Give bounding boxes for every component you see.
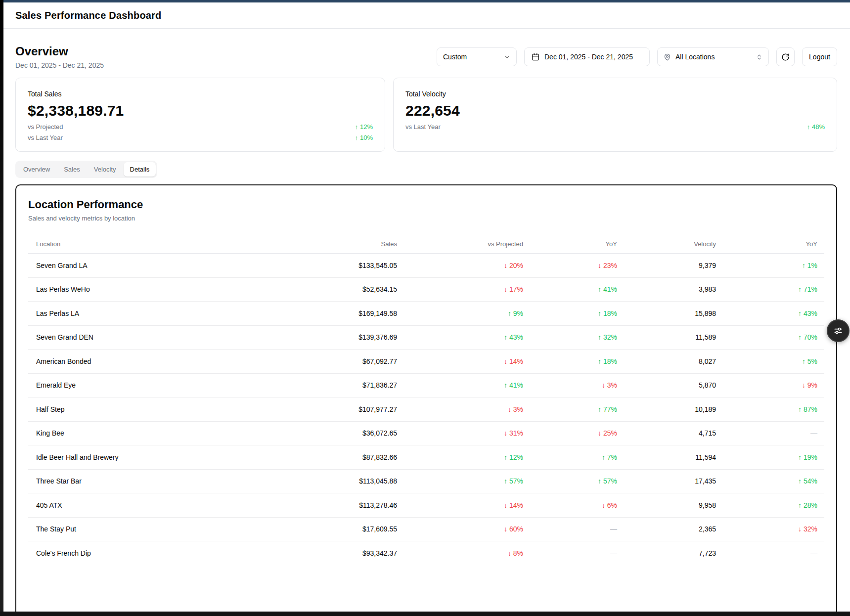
comparison-label: vs Last Year <box>405 123 441 131</box>
sliders-icon <box>833 326 843 336</box>
vs-projected-cell: ↓ 14% <box>397 501 523 509</box>
vs-projected-cell: ↑ 43% <box>397 333 523 341</box>
yoy-sales-cell: ↑ 18% <box>523 357 617 365</box>
app-header: Sales Performance Dashboard <box>3 2 850 29</box>
yoy-sales-cell: ↑ 57% <box>523 477 617 485</box>
yoy-sales-cell: ↓ 23% <box>523 262 617 269</box>
yoy-sales-cell: ↑ 77% <box>523 405 617 413</box>
yoy-velocity-cell: ↑ 43% <box>716 309 817 317</box>
sales-cell: $107,977.27 <box>291 405 397 413</box>
velocity-cell: 3,983 <box>617 285 716 293</box>
yoy-sales-cell: ↑ 32% <box>523 333 617 341</box>
column-header-vs-projected: vs Projected <box>397 240 523 248</box>
window-bottom-edge <box>0 612 850 616</box>
column-header-yoy-velocity: YoY <box>716 240 817 248</box>
sales-cell: $113,045.88 <box>291 477 397 485</box>
tab-details[interactable]: Details <box>124 162 156 176</box>
refresh-icon <box>781 53 790 61</box>
yoy-velocity-cell: ↑ 19% <box>716 453 817 461</box>
table-row: King Bee $36,072.65 ↓ 31% ↓ 25% 4,715 — <box>28 421 824 445</box>
column-header-velocity: Velocity <box>617 240 716 248</box>
location-cell: Las Perlas WeHo <box>36 285 291 293</box>
comparison-row: vs Last Year ↑ 48% <box>405 123 825 131</box>
velocity-cell: 2,365 <box>617 525 716 533</box>
comparison-delta: ↑ 12% <box>355 123 373 131</box>
sales-cell: $169,149.58 <box>291 309 397 317</box>
location-cell: Emerald Eye <box>36 381 291 389</box>
date-range-subtitle: Dec 01, 2025 - Dec 21, 2025 <box>15 61 104 69</box>
total-sales-value: $2,338,189.71 <box>28 102 373 119</box>
yoy-velocity-cell: ↑ 5% <box>716 357 817 365</box>
location-cell: Las Perlas LA <box>36 309 291 317</box>
yoy-velocity-cell: ↓ 32% <box>716 525 817 533</box>
app-title: Sales Performance Dashboard <box>15 10 162 21</box>
overview-heading-block: Overview Dec 01, 2025 - Dec 21, 2025 <box>15 44 104 69</box>
sales-cell: $71,836.27 <box>291 381 397 389</box>
velocity-cell: 11,589 <box>617 333 716 341</box>
table-row: Half Step $107,977.27 ↓ 3% ↑ 77% 10,189 … <box>28 397 824 421</box>
table-row: Three Star Bar $113,045.88 ↑ 57% ↑ 57% 1… <box>28 469 824 493</box>
vs-projected-cell: ↓ 17% <box>397 285 523 293</box>
comparison-delta: ↑ 10% <box>355 134 373 141</box>
location-cell: Cole's French Dip <box>36 549 291 557</box>
vs-projected-cell: ↑ 57% <box>397 477 523 485</box>
sales-cell: $133,545.05 <box>291 262 397 269</box>
date-preset-value: Custom <box>443 53 467 61</box>
dashboard-page: Sales Performance Dashboard Overview Dec… <box>3 2 850 616</box>
yoy-sales-cell: ↓ 6% <box>523 501 617 509</box>
comparison-label: vs Projected <box>28 123 63 131</box>
tab-velocity[interactable]: Velocity <box>88 162 123 176</box>
velocity-cell: 5,870 <box>617 381 716 389</box>
velocity-cell: 7,723 <box>617 549 716 557</box>
yoy-sales-cell: ↓ 25% <box>523 429 617 437</box>
location-cell: Three Star Bar <box>36 477 291 485</box>
vs-projected-cell: ↓ 31% <box>397 429 523 437</box>
velocity-cell: 4,715 <box>617 429 716 437</box>
date-range-picker[interactable]: Dec 01, 2025 - Dec 21, 2025 <box>524 47 650 66</box>
velocity-cell: 17,435 <box>617 477 716 485</box>
velocity-cell: 10,189 <box>617 405 716 413</box>
chevrons-up-down-icon <box>756 54 762 60</box>
logout-button[interactable]: Logout <box>802 47 837 66</box>
yoy-velocity-cell: ↑ 71% <box>716 285 817 293</box>
sales-cell: $113,278.46 <box>291 501 397 509</box>
toolbar: Custom Dec 01, 2025 - Dec 21, 2025 All L… <box>437 47 837 66</box>
location-filter-select[interactable]: All Locations <box>657 47 769 66</box>
table-row: 405 ATX $113,278.46 ↓ 14% ↓ 6% 9,958 ↑ 2… <box>28 493 824 517</box>
floating-settings-button[interactable] <box>827 319 850 342</box>
overview-section-header: Overview Dec 01, 2025 - Dec 21, 2025 Cus… <box>15 44 837 69</box>
sales-cell: $67,092.77 <box>291 357 397 365</box>
refresh-button[interactable] <box>776 47 795 66</box>
velocity-cell: 9,958 <box>617 501 716 509</box>
table-header-row: Location Sales vs Projected YoY Velocity… <box>28 235 824 253</box>
column-header-yoy-sales: YoY <box>523 240 617 248</box>
column-header-sales: Sales <box>291 240 397 248</box>
location-cell: The Stay Put <box>36 525 291 533</box>
date-preset-select[interactable]: Custom <box>437 47 517 66</box>
window-left-edge <box>0 0 3 616</box>
window-top-edge <box>0 0 850 2</box>
view-tabs: Overview Sales Velocity Details <box>15 161 157 178</box>
total-sales-label: Total Sales <box>28 90 373 98</box>
vs-projected-cell: ↓ 20% <box>397 262 523 269</box>
yoy-sales-cell: ↑ 7% <box>523 453 617 461</box>
total-velocity-label: Total Velocity <box>405 90 825 98</box>
velocity-cell: 8,027 <box>617 357 716 365</box>
location-cell: American Bonded <box>36 357 291 365</box>
tab-overview[interactable]: Overview <box>17 162 56 176</box>
sales-cell: $93,342.37 <box>291 549 397 557</box>
map-pin-icon <box>664 53 671 61</box>
comparison-row: vs Projected ↑ 12% <box>28 123 373 131</box>
table-row: Seven Grand LA $133,545.05 ↓ 20% ↓ 23% 9… <box>28 253 824 277</box>
yoy-sales-cell: ↑ 41% <box>523 285 617 293</box>
location-cell: Half Step <box>36 405 291 413</box>
tab-sales[interactable]: Sales <box>57 162 87 176</box>
sales-cell: $17,609.55 <box>291 525 397 533</box>
table-row: Seven Grand DEN $139,376.69 ↑ 43% ↑ 32% … <box>28 325 824 350</box>
location-performance-card: Location Performance Sales and velocity … <box>15 184 837 616</box>
comparison-delta: ↑ 48% <box>807 123 825 131</box>
location-cell: Idle Beer Hall and Brewery <box>36 453 291 461</box>
total-sales-card: Total Sales $2,338,189.71 vs Projected ↑… <box>15 78 385 152</box>
comparison-row: vs Last Year ↑ 10% <box>28 134 373 141</box>
yoy-sales-cell: — <box>523 525 617 533</box>
